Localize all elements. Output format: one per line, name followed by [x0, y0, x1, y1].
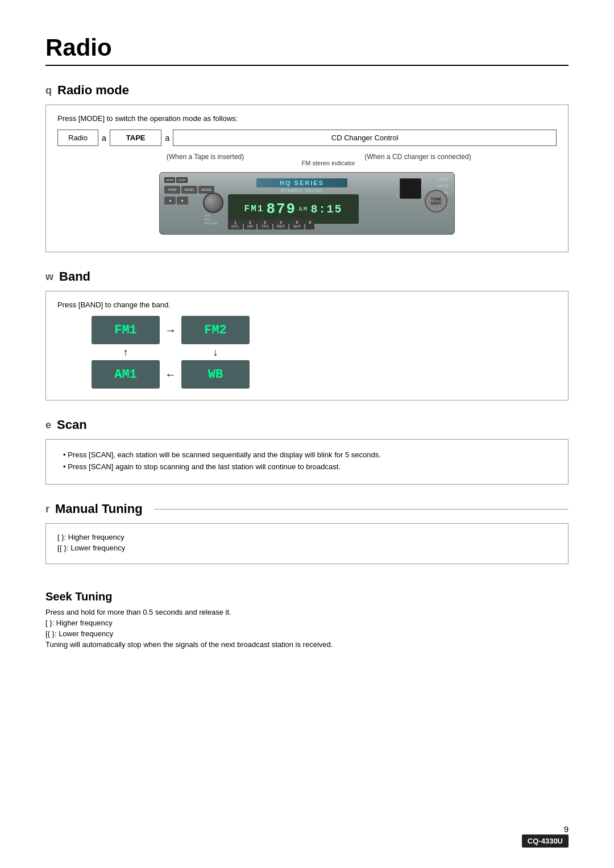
scan-bullet-2: Press [SCAN] again to stop scanning and … [63, 461, 557, 473]
model-badge: CQ-4330U [522, 834, 569, 848]
frequency-display: 879 [266, 201, 296, 218]
band-arrow-left-1: ← [162, 360, 179, 389]
mode-arrow-2: a [161, 133, 173, 143]
fm-stereo-indicator-label: FM stereo indicator [302, 160, 355, 166]
section-title-scan: Scan [57, 418, 87, 432]
band-fm2: FM2 [181, 316, 250, 344]
loud-label: LOUD [438, 177, 449, 181]
fm-label: FM1 [244, 204, 264, 214]
preset-5: 5SKP [289, 219, 304, 229]
band-wb: WB [181, 360, 250, 389]
band-arrow-up: ↑ [92, 347, 160, 358]
preset-3: 3TPS [258, 219, 272, 229]
mode-tape-box: TAPE [110, 130, 162, 146]
apm-btn: APM [164, 177, 175, 183]
am-label: AM [298, 206, 308, 212]
knob-labels: VOLFADSEL/SAT [204, 214, 218, 226]
manual-lower-freq: [{ }: Lower frequency [57, 544, 557, 552]
band-arrow-down: ↓ [181, 347, 250, 358]
mode-flow-diagram: Radio a TAPE a CD Changer Control (When … [57, 130, 557, 163]
pwr-btn: PWR [164, 186, 180, 194]
radio-mode-description: Press [MODE] to switch the operation mod… [57, 114, 557, 123]
scan-section: e Scan Press [SCAN], each station will b… [45, 418, 569, 485]
mode-radio-box: Radio [57, 130, 98, 146]
tune-seek-button: TUNESEEK [425, 190, 447, 212]
section-number-q: q [45, 85, 52, 97]
section-number-w: w [45, 271, 53, 283]
band-btn: BAND [181, 186, 197, 194]
mode-cd-box: CD Changer Control [173, 130, 557, 146]
manual-tuning-section: r Manual Tuning [ }: Higher frequency [{… [45, 502, 569, 564]
seek-tuning-section: Seek Tuning Press and hold for more than… [45, 581, 569, 660]
radio-device: HQ SERIES DYNAMIC SOUND APM DISP PWR BAN… [159, 172, 455, 235]
band-content: Press [BAND] to change the band. FM1 → F… [45, 291, 569, 400]
hd-series-badge: HQ SERIES [256, 178, 347, 187]
band-arrow-right-1: → [162, 316, 179, 344]
seek-lower-freq: [{ }: Lower frequency [45, 629, 569, 638]
preset-6: 6 [305, 219, 314, 229]
section-title-band: Band [59, 269, 90, 284]
band-am1: AM1 [92, 360, 160, 389]
cassette-slot [400, 178, 421, 199]
radio-device-container: FM stereo indicator HQ SERIES DYNAMIC SO… [57, 172, 557, 235]
seek-tuning-note: Tuning will automatically stop when the … [45, 640, 569, 649]
seek-higher-freq: [ }: Higher frequency [45, 619, 569, 627]
numbered-preset-buttons: 1MTL 2NR 3TPS 4REP 5SKP 6 [228, 219, 314, 229]
band-flow-diagram: FM1 → FM2 ↑ ↓ AM1 ← WB [92, 316, 256, 389]
mode-arrow-1: a [98, 133, 110, 143]
mode-tape-note: (When a Tape is inserted) [131, 151, 279, 163]
disp-btn: DISP [176, 177, 188, 183]
hd-subtitle: DYNAMIC SOUND [256, 189, 347, 193]
preset-4: 4REP [273, 219, 288, 229]
band-fm1: FM1 [92, 316, 160, 344]
preset-1: 1MTL [228, 219, 243, 229]
prev-btn: ◄ [164, 197, 176, 205]
page-number: 9 [564, 824, 569, 834]
mute-label: MUTE [437, 184, 449, 188]
preset-2: 2NR [244, 219, 256, 229]
next-btn: ► [177, 197, 188, 205]
radio-mode-content: Press [MODE] to switch the operation mod… [45, 105, 569, 252]
scan-bullet-list: Press [SCAN], each station will be scann… [57, 449, 557, 473]
section-number-r: r [45, 503, 49, 515]
scan-content: Press [SCAN], each station will be scann… [45, 439, 569, 485]
manual-higher-freq: [ }: Higher frequency [57, 533, 557, 541]
mode-flow-row: Radio a TAPE a CD Changer Control [57, 130, 557, 146]
seek-tuning-title: Seek Tuning [45, 590, 569, 603]
manual-tuning-content: [ }: Higher frequency [{ }: Lower freque… [45, 523, 569, 564]
time-display: 8:15 [310, 203, 342, 216]
section-number-e: e [45, 419, 51, 431]
scan-bullet-1: Press [SCAN], each station will be scann… [63, 449, 557, 461]
band-description: Press [BAND] to change the band. [57, 301, 557, 309]
volume-knob [203, 193, 223, 213]
band-section: w Band Press [BAND] to change the band. … [45, 269, 569, 400]
manual-tuning-line [154, 509, 569, 510]
page-title: Radio [45, 34, 569, 66]
section-title-radio-mode: Radio mode [57, 83, 129, 98]
section-title-manual-tuning: Manual Tuning [55, 502, 143, 516]
seek-tuning-description: Press and hold for more than 0.5 seconds… [45, 608, 569, 616]
radio-mode-section: q Radio mode Press [MODE] to switch the … [45, 83, 569, 252]
